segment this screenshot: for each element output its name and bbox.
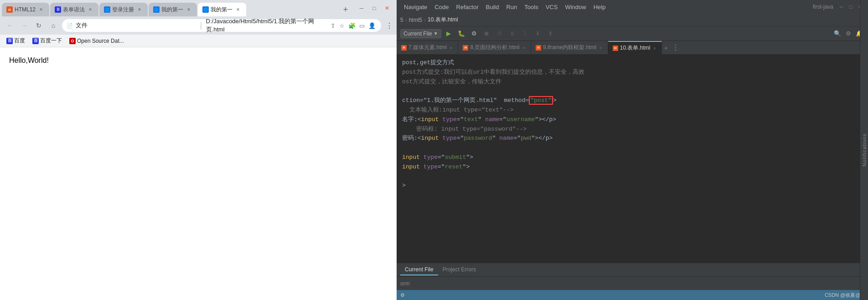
ide-menu-item-build[interactable]: Build bbox=[482, 2, 503, 12]
tab-close-button[interactable]: × bbox=[87, 6, 94, 13]
run-profile-label: Current File bbox=[403, 31, 432, 37]
tab-label: 我的第一 bbox=[211, 6, 232, 14]
debug-button[interactable]: 🐛 bbox=[456, 28, 467, 39]
new-tab-button[interactable]: + bbox=[339, 3, 352, 16]
ide-status-right: CSDN @侯夏@la bbox=[825, 292, 864, 299]
home-button[interactable]: ⌂ bbox=[47, 20, 59, 31]
share-button[interactable]: ⇧ bbox=[330, 21, 336, 30]
tab-favicon: 🌐 bbox=[202, 6, 209, 13]
ide-file-tab-close-button[interactable]: × bbox=[449, 45, 453, 51]
run-profile-selector[interactable]: Current File ▼ bbox=[400, 29, 441, 38]
code-line: > bbox=[402, 181, 863, 191]
stop-button[interactable]: ⏹ bbox=[481, 28, 492, 39]
browser-maximize-button[interactable]: □ bbox=[368, 2, 380, 14]
code-line: 密码:<input type="password" name="pwd"></p… bbox=[402, 134, 863, 143]
ide-file-tabs: H7.媒体元素.html×H8.页面结构分析.html×H9.iframe内联框… bbox=[397, 41, 868, 55]
pause-button[interactable]: ⏸ bbox=[507, 28, 518, 39]
code-line: post方式提交:我们可以在url中看到我们提交的信息，不安全，高效 bbox=[402, 68, 863, 77]
code-editor[interactable]: post,get提交方式 post方式提交:我们可以在url中看到我们提交的信息… bbox=[397, 55, 868, 263]
run-button[interactable]: ▶ bbox=[443, 28, 454, 39]
step-over-button[interactable]: ⤵ bbox=[520, 28, 531, 39]
step-into-button[interactable]: ⬇ bbox=[532, 28, 543, 39]
tab-project-errors[interactable]: Project Errors bbox=[438, 264, 480, 275]
search-icon-btn[interactable]: 🔍 bbox=[832, 29, 842, 39]
ide-maximize-button[interactable]: □ bbox=[846, 2, 855, 11]
path-item-2[interactable]: html5 bbox=[409, 17, 422, 23]
ide-menu-item-window[interactable]: Window bbox=[561, 2, 589, 12]
ide-window-title: first-java bbox=[813, 4, 833, 10]
ide-menu-item-refactor[interactable]: Refactor bbox=[452, 2, 482, 12]
code-line bbox=[402, 172, 863, 182]
browser-menu-button[interactable]: ⋮ bbox=[386, 21, 393, 30]
tab-favicon: 🌐 bbox=[153, 6, 160, 13]
rerun-button[interactable]: ↺ bbox=[494, 28, 505, 39]
tab-label: HTML12 bbox=[15, 6, 36, 13]
ide-file-tab-close-button[interactable]: × bbox=[598, 45, 603, 51]
path-item-3[interactable]: 10.表单.html bbox=[428, 16, 458, 24]
code-line: ction="1.我的第一个网页.html" method="post"> bbox=[402, 96, 863, 106]
extension-button[interactable]: 🧩 bbox=[347, 21, 356, 30]
tab-label: 我的第一 bbox=[161, 6, 183, 14]
browser-close-button[interactable]: ✕ bbox=[381, 2, 393, 14]
ide-file-tab[interactable]: H9.iframe内联框架.html× bbox=[531, 41, 608, 55]
code-line bbox=[402, 143, 863, 153]
bookmark-favicon: O bbox=[69, 38, 76, 44]
forward-button[interactable]: → bbox=[18, 20, 30, 31]
notifications-sidebar[interactable]: Notifications bbox=[860, 0, 868, 300]
ide-file-tab[interactable]: H10.表单.html× bbox=[608, 41, 662, 55]
bookmark-label: Open Source Dat... bbox=[77, 38, 124, 44]
bookmark-item[interactable]: 百百度 bbox=[4, 36, 28, 46]
reload-button[interactable]: ↻ bbox=[33, 20, 45, 31]
address-bar[interactable]: 📄 文件 │ D:/Javacode/Html5/html5/1.我的第一个网页… bbox=[62, 19, 381, 32]
ide-file-tab-close-button[interactable]: × bbox=[521, 45, 526, 51]
tab-close-button[interactable]: × bbox=[185, 6, 192, 13]
code-line: 密码框: input type="password"--> bbox=[402, 125, 863, 134]
ide-minimize-button[interactable]: ─ bbox=[837, 2, 846, 11]
ide-menu-item-vcs[interactable]: VCS bbox=[542, 2, 562, 12]
ide-bottom-panel: Current File Project Errors orm bbox=[397, 263, 868, 290]
ide-menu-item-run[interactable]: Run bbox=[502, 2, 521, 12]
settings-icon-btn[interactable]: ⚙ bbox=[843, 29, 853, 39]
ide-file-tab-close-button[interactable]: × bbox=[652, 45, 656, 51]
browser-tab-tab3[interactable]: 🌐登录注册× bbox=[99, 3, 148, 16]
bookmark-button[interactable]: ☆ bbox=[338, 21, 346, 30]
ide-file-tab-favicon: H bbox=[463, 45, 468, 51]
tab-close-button[interactable]: × bbox=[234, 6, 242, 13]
bookmark-item[interactable]: 百百度一下 bbox=[30, 36, 65, 46]
bookmark-label: 百度 bbox=[14, 37, 25, 45]
ide-file-tab[interactable]: H8.页面结构分析.html× bbox=[458, 41, 531, 55]
code-line: post,get提交方式 bbox=[402, 58, 863, 68]
step-out-button[interactable]: ⬆ bbox=[545, 28, 556, 39]
profile-button[interactable]: 👤 bbox=[367, 21, 377, 30]
cast-button[interactable]: ▭ bbox=[358, 21, 366, 30]
coverage-button[interactable]: ⚙ bbox=[469, 28, 480, 39]
tab-current-file[interactable]: Current File bbox=[400, 264, 438, 275]
ide-file-tab[interactable]: H7.媒体元素.html× bbox=[397, 41, 458, 55]
ide-file-tab-label: 9.iframe内联框架.html bbox=[543, 44, 596, 51]
ide-menu-item-code[interactable]: Code bbox=[431, 2, 452, 12]
ide-tabs-more-button[interactable]: ⋮ bbox=[670, 43, 681, 52]
ide-tabs-overflow-button[interactable]: » bbox=[662, 45, 670, 51]
tab-close-button[interactable]: × bbox=[37, 6, 45, 13]
tab-label: 表单语法 bbox=[63, 6, 85, 14]
browser-tab-tab4[interactable]: 🌐我的第一× bbox=[149, 3, 197, 16]
browser-tab-tab1[interactable]: HHTML12× bbox=[2, 3, 49, 16]
tab-close-button[interactable]: × bbox=[136, 6, 143, 13]
ide-menu-item-navigate[interactable]: Navigate bbox=[400, 2, 431, 12]
browser-minimize-button[interactable]: ─ bbox=[356, 2, 367, 14]
path-sep-1: › bbox=[405, 17, 407, 23]
code-line: input type="reset"> bbox=[402, 163, 863, 172]
ide-menu-item-tools[interactable]: Tools bbox=[521, 2, 542, 12]
browser-tab-tab2[interactable]: 百表单语法× bbox=[50, 3, 98, 16]
tab-favicon: H bbox=[6, 6, 13, 13]
ide-menu-item-help[interactable]: Help bbox=[590, 2, 610, 12]
ide-run-bar: Current File ▼ ▶ 🐛 ⚙ ⏹ ↺ ⏸ ⤵ ⬇ ⬆ 🔍 ⚙ 🔔 bbox=[397, 26, 868, 41]
bookmark-item[interactable]: OOpen Source Dat... bbox=[67, 37, 127, 45]
browser-tab-tab5[interactable]: 🌐我的第一× bbox=[198, 3, 246, 16]
back-button[interactable]: ← bbox=[4, 20, 16, 31]
path-item-1[interactable]: 5 bbox=[400, 17, 403, 23]
status-settings[interactable]: ⚙ bbox=[400, 292, 405, 298]
tab-favicon: 🌐 bbox=[104, 6, 110, 13]
bookmark-favicon: 百 bbox=[6, 38, 13, 44]
ide-menu-bar: NavigateCodeRefactorBuildRunToolsVCSWind… bbox=[397, 0, 868, 14]
